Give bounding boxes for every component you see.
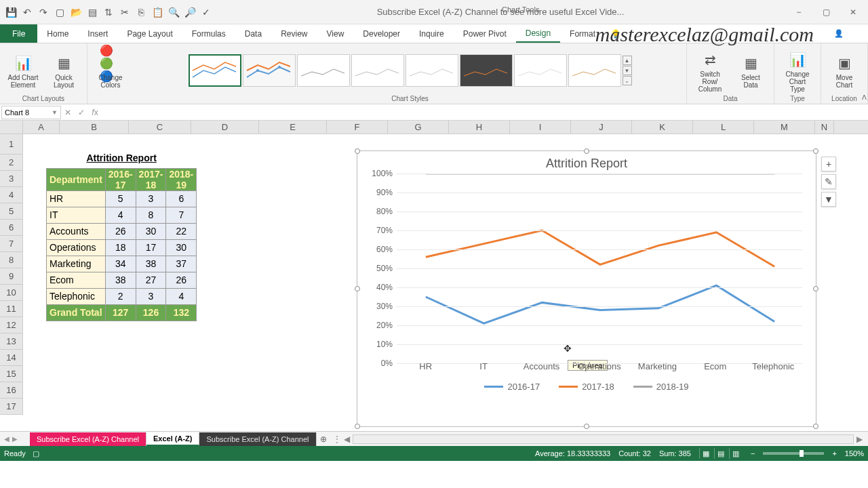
tab-file[interactable]: File	[0, 24, 37, 43]
row-header-3[interactable]: 3	[0, 171, 22, 187]
column-header-L[interactable]: L	[693, 121, 754, 134]
switch-row-column-button[interactable]: ⇄ Switch Row/ Column	[691, 47, 729, 94]
row-header-6[interactable]: 6	[0, 220, 22, 236]
zoom-thumb[interactable]	[800, 450, 804, 457]
page-layout-icon[interactable]: ▤	[714, 448, 728, 459]
tell-me-search[interactable]: 💡	[605, 24, 831, 43]
zoom-out-icon[interactable]: 🔎	[184, 7, 195, 18]
row-header-7[interactable]: 7	[0, 236, 22, 252]
column-header-I[interactable]: I	[510, 121, 571, 134]
row-header-12[interactable]: 12	[0, 317, 22, 333]
resize-handle[interactable]	[813, 424, 818, 429]
quick-layout-button[interactable]: ▦ Quick Layout	[45, 51, 83, 90]
row-header-10[interactable]: 10	[0, 285, 22, 301]
style-gallery-arrows[interactable]: ▲▼⌄	[623, 56, 632, 85]
chart-style-5[interactable]	[406, 54, 458, 87]
select-all-button[interactable]	[0, 121, 23, 134]
arrow-down-icon[interactable]: ▼	[623, 66, 632, 75]
scroll-right-icon[interactable]: ▶	[854, 434, 865, 444]
maximize-button[interactable]: ▢	[814, 4, 838, 20]
arrow-up-icon[interactable]: ▲	[623, 56, 632, 65]
plot-area[interactable]: 0%10%20%30%40%50%60%70%80%90%100% ✥ Plot…	[397, 174, 802, 363]
row-header-15[interactable]: 15	[0, 366, 22, 382]
move-chart-button[interactable]: ▣ Move Chart	[825, 51, 863, 90]
worksheet-grid[interactable]: ABCDEFGHIJKLMN 1234567891011121314151617…	[0, 121, 868, 431]
change-chart-type-button[interactable]: 📊 Change Chart Type	[778, 47, 816, 94]
save-icon[interactable]: 💾	[5, 7, 16, 18]
tab-page-layout[interactable]: Page Layout	[117, 24, 182, 43]
tab-inquire[interactable]: Inquire	[410, 24, 454, 43]
chart-style-2[interactable]	[243, 54, 296, 87]
new-icon[interactable]: ▢	[54, 7, 65, 18]
chart-style-4[interactable]	[351, 54, 404, 87]
resize-handle[interactable]	[355, 424, 360, 429]
normal-view-icon[interactable]: ▦	[699, 448, 713, 459]
macro-record-icon[interactable]: ▢	[33, 449, 39, 458]
legend-item[interactable]: 2016-17	[484, 382, 540, 392]
close-button[interactable]: ✕	[841, 4, 865, 20]
add-chart-element-button[interactable]: 📊 Add Chart Element	[4, 51, 42, 90]
formula-input[interactable]	[102, 106, 868, 119]
row-header-14[interactable]: 14	[0, 350, 22, 366]
undo-icon[interactable]: ↶	[22, 7, 33, 18]
open-icon[interactable]: 📂	[71, 7, 81, 18]
column-header-E[interactable]: E	[259, 121, 327, 134]
resize-handle[interactable]	[584, 148, 589, 154]
column-header-K[interactable]: K	[632, 121, 693, 134]
minimize-button[interactable]: −	[787, 4, 811, 20]
change-colors-button[interactable]: 🔴🟢🔵 Change Colors	[92, 51, 130, 90]
select-data-button[interactable]: ▦ Select Data	[732, 51, 770, 90]
chart-legend[interactable]: 2016-172017-182018-19	[357, 382, 816, 392]
column-header-H[interactable]: H	[449, 121, 510, 134]
tab-formulas[interactable]: Formulas	[182, 24, 235, 43]
chart-title[interactable]: Attrition Report	[357, 151, 816, 174]
tab-review[interactable]: Review	[271, 24, 317, 43]
expand-icon[interactable]: ⌄	[623, 76, 632, 85]
collapse-ribbon-icon[interactable]: ᐱ	[862, 94, 867, 101]
next-sheet-icon[interactable]: ▶	[12, 435, 18, 443]
column-header-G[interactable]: G	[388, 121, 449, 134]
tab-power-pivot[interactable]: Power Pivot	[454, 24, 516, 43]
column-header-N[interactable]: N	[815, 121, 834, 134]
resize-handle[interactable]	[355, 148, 360, 154]
row-header-2[interactable]: 2	[0, 155, 22, 171]
row-header-4[interactable]: 4	[0, 187, 22, 203]
horizontal-scrollbar[interactable]: ⋮ ◀ ▶	[330, 434, 869, 444]
chart-style-7[interactable]	[514, 54, 567, 87]
chart-object[interactable]: + ✎ ▼ Attrition Report 0%10%20%30%40%50%…	[357, 150, 816, 427]
legend-item[interactable]: 2017-18	[559, 382, 614, 392]
redo-icon[interactable]: ↷	[38, 7, 49, 18]
cut-icon[interactable]: ✂	[119, 7, 130, 18]
row-header-5[interactable]: 5	[0, 203, 22, 220]
cancel-icon[interactable]: ✕	[61, 108, 75, 117]
resize-handle[interactable]	[813, 148, 818, 154]
chart-style-1[interactable]	[189, 54, 241, 87]
chart-plus-button[interactable]: +	[821, 157, 836, 171]
column-header-B[interactable]: B	[60, 121, 129, 134]
legend-item[interactable]: 2018-19	[633, 382, 689, 392]
sheet-tab-2[interactable]: Excel (A-Z)	[146, 432, 199, 446]
name-box[interactable]: Chart 8 ▼	[1, 106, 61, 119]
resize-handle[interactable]	[584, 424, 589, 429]
scroll-track[interactable]	[353, 434, 854, 444]
prev-sheet-icon[interactable]: ◀	[4, 435, 9, 443]
dropdown-icon[interactable]: ▼	[52, 109, 58, 116]
row-header-9[interactable]: 9	[0, 268, 22, 285]
sheet-tab-1[interactable]: Subscribe Excel (A-Z) Channel	[30, 432, 146, 446]
resize-handle[interactable]	[813, 286, 818, 291]
paste-icon[interactable]: 📋	[152, 7, 163, 18]
row-header-13[interactable]: 13	[0, 333, 22, 350]
column-header-J[interactable]: J	[571, 121, 632, 134]
zoom-slider[interactable]	[763, 452, 824, 455]
print-preview-icon[interactable]: ▤	[87, 7, 98, 18]
zoom-in-icon[interactable]: 🔍	[168, 7, 179, 18]
sheet-nav[interactable]: ◀▶	[0, 435, 30, 443]
chart-brush-button[interactable]: ✎	[821, 174, 836, 189]
fx-icon[interactable]: fx	[88, 108, 102, 117]
tab-design[interactable]: Design	[516, 24, 560, 43]
chart-filter-button[interactable]: ▼	[821, 192, 836, 207]
row-header-8[interactable]: 8	[0, 252, 22, 268]
zoom-out-button[interactable]: −	[751, 449, 755, 458]
column-header-F[interactable]: F	[327, 121, 388, 134]
column-header-M[interactable]: M	[754, 121, 815, 134]
